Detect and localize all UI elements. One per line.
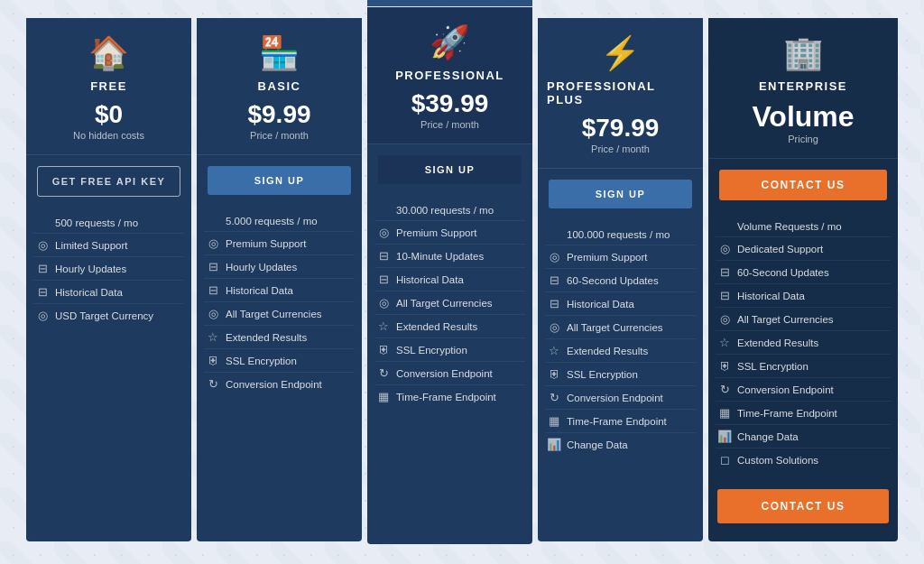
feature-icon: ☆ (717, 336, 732, 349)
feature-text: All Target Currencies (567, 322, 663, 333)
feature-item: 📊Change Data (716, 425, 891, 448)
feature-item: ⊟Hourly Updates (33, 257, 184, 281)
feature-icon: ⊟ (547, 297, 561, 310)
feature-text: Volume Requests / mo (737, 221, 842, 232)
feature-icon: ⊟ (547, 273, 561, 287)
feature-text: 500 requests / mo (55, 217, 138, 228)
feature-icon: ⊟ (717, 265, 732, 279)
feature-item: ◎Dedicated Support (716, 237, 891, 261)
feature-item: ◎All Target Currencies (716, 308, 891, 331)
feature-icon: ⛨ (206, 354, 220, 367)
feature-text: Time-Frame Endpoint (396, 392, 496, 402)
plan-name-basic: BASIC (258, 79, 301, 93)
feature-icon: ⊟ (35, 262, 50, 275)
feature-item: ☆Extended Results (545, 339, 696, 363)
feature-text: Extended Results (567, 346, 648, 356)
feature-item: ⊟Historical Data (374, 268, 525, 291)
feature-text: All Target Currencies (226, 309, 322, 319)
plan-name-professional: PROFESSIONAL (395, 69, 504, 82)
feature-text: Extended Results (737, 337, 818, 348)
feature-item: ◎All Target Currencies (545, 316, 696, 339)
feature-text: Hourly Updates (226, 262, 297, 273)
cta-button-enterprise[interactable]: CONTACT US (719, 170, 887, 200)
feature-icon: ▦ (376, 390, 391, 403)
feature-icon: ▦ (717, 406, 732, 420)
feature-icon: ↻ (376, 366, 391, 380)
plan-price-professional: $39.99 (411, 91, 489, 116)
feature-item: ◎Premium Support (204, 232, 355, 255)
feature-text: Time-Frame Endpoint (567, 416, 667, 427)
plan-icon-professional: 🚀 (430, 23, 470, 61)
feature-item: ▦Time-Frame Endpoint (374, 385, 525, 408)
feature-icon: ⛨ (547, 367, 561, 381)
feature-icon: ◎ (547, 250, 561, 264)
plan-price-professional-plus: $79.99 (582, 116, 660, 141)
bottom-cta-button-enterprise[interactable]: CONTACT US (717, 489, 889, 523)
cta-button-professional-plus[interactable]: SIGN UP (549, 180, 692, 208)
feature-text: All Target Currencies (737, 314, 834, 325)
feature-icon: ◎ (206, 236, 220, 250)
plan-icon-free: 🏠 (88, 34, 129, 72)
feature-text: Premium Support (226, 238, 306, 249)
feature-item: ⊟Historical Data (545, 292, 696, 316)
plan-icon-professional-plus: ⚡ (600, 34, 641, 72)
feature-text: 10-Minute Updates (396, 251, 484, 262)
plan-price-sub-professional: Price / month (420, 119, 479, 130)
feature-item: ▦Time-Frame Endpoint (545, 410, 696, 433)
feature-text: Historical Data (567, 299, 634, 310)
plan-name-free: FREE (90, 79, 127, 93)
feature-icon: ◎ (717, 312, 732, 326)
feature-item: ⊟Historical Data (716, 284, 891, 308)
feature-item: ↻Conversion Endpoint (716, 378, 891, 402)
feature-text: Limited Support (55, 240, 128, 251)
feature-icon: 📊 (547, 438, 561, 451)
feature-text: 100.000 requests / mo (567, 229, 670, 240)
feature-text: Conversion Endpoint (737, 384, 834, 395)
feature-text: SSL Encryption (737, 361, 808, 372)
plan-features-basic: 5.000 requests / mo◎Premium Support⊟Hour… (197, 206, 362, 532)
pricing-table: 🏠FREE$0No hidden costsGET FREE API KEY50… (0, 0, 924, 553)
cta-button-basic[interactable]: SIGN UP (208, 166, 351, 195)
feature-icon: ◎ (35, 309, 50, 322)
feature-icon: ⊟ (376, 273, 391, 286)
feature-text: Conversion Endpoint (567, 393, 663, 403)
feature-icon: ⊟ (35, 285, 50, 299)
feature-item: ◻Custom Solutions (716, 448, 891, 471)
feature-item: ▦Time-Frame Endpoint (716, 402, 891, 425)
plan-header-professional-plus: ⚡PROFESSIONAL PLUS$79.99Price / month (538, 18, 703, 169)
plan-price-sub-basic: Price / month (250, 130, 309, 141)
plan-price-basic: $9.99 (247, 102, 310, 127)
feature-item: ◎All Target Currencies (374, 291, 525, 315)
feature-item: ⛨SSL Encryption (716, 355, 891, 378)
feature-item: 500 requests / mo (33, 213, 184, 234)
feature-item: ⛨SSL Encryption (545, 363, 696, 386)
feature-item: ⛨SSL Encryption (374, 338, 525, 362)
feature-item: ↻Conversion Endpoint (374, 362, 525, 385)
plan-features-free: 500 requests / mo◎Limited Support⊟Hourly… (26, 208, 191, 532)
feature-icon: ⊟ (717, 289, 732, 302)
feature-text: Hourly Updates (55, 264, 126, 274)
plan-card-basic: 🏪BASIC$9.99Price / monthSIGN UP5.000 req… (197, 18, 362, 541)
feature-text: Historical Data (737, 291, 805, 301)
plan-card-professional-plus: ⚡PROFESSIONAL PLUS$79.99Price / monthSIG… (538, 18, 703, 541)
feature-icon: ↻ (547, 391, 561, 404)
feature-text: Custom Solutions (737, 455, 818, 466)
feature-text: Premium Support (567, 252, 647, 263)
feature-item: ↻Conversion Endpoint (204, 373, 355, 395)
feature-item: ⊟Historical Data (33, 281, 184, 304)
feature-item: ☆Extended Results (716, 331, 891, 355)
feature-icon: ◎ (376, 296, 391, 310)
feature-item: ⊟Historical Data (204, 279, 355, 302)
cta-button-professional[interactable]: SIGN UP (378, 155, 522, 184)
feature-icon: ⛨ (717, 359, 732, 373)
plan-price-sub-free: No hidden costs (73, 130, 144, 141)
cta-button-free[interactable]: GET FREE API KEY (37, 166, 180, 197)
feature-text: 60-Second Updates (567, 275, 659, 286)
feature-icon: ↻ (206, 377, 220, 391)
feature-text: USD Target Currency (55, 310, 153, 321)
feature-item: ☆Extended Results (374, 315, 525, 338)
plan-card-free: 🏠FREE$0No hidden costsGET FREE API KEY50… (26, 18, 191, 541)
feature-text: SSL Encryption (567, 369, 638, 380)
feature-text: 60-Second Updates (737, 267, 829, 278)
feature-icon: ↻ (717, 383, 732, 396)
